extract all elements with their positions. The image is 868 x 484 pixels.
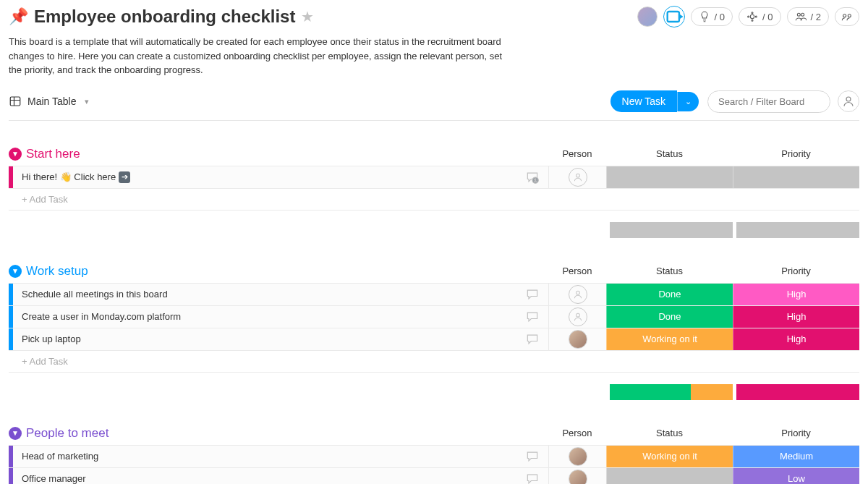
column-header-priority[interactable]: Priority (733, 428, 859, 438)
priority-cell[interactable]: High (733, 306, 859, 328)
status-cell[interactable]: Working on it (606, 328, 733, 350)
group-collapse-toggle[interactable]: ▼ (9, 148, 22, 161)
svg-point-6 (797, 13, 800, 16)
priority-cell[interactable]: Low (733, 468, 859, 485)
summary-bar (610, 384, 733, 400)
assignee-avatar[interactable] (569, 330, 587, 349)
group-work: ▼Work setupPersonStatusPrioritySchedule … (9, 260, 859, 400)
task-row[interactable]: Pick up laptopWorking on itHigh (9, 328, 859, 350)
view-selector[interactable]: Main Table ▾ (9, 95, 89, 108)
status-cell[interactable] (606, 468, 733, 485)
task-row[interactable]: Schedule all meetings in this boardDoneH… (9, 283, 859, 305)
integrations-count: / 0 (762, 12, 773, 22)
add-task-row[interactable]: + Add Task (9, 188, 859, 211)
person-cell[interactable] (548, 306, 606, 328)
svg-rect-0 (667, 12, 678, 22)
new-task-dropdown[interactable]: ⌄ (677, 92, 699, 111)
group-title[interactable]: People to meet (26, 426, 109, 441)
more-badge[interactable] (835, 7, 859, 26)
add-task-row[interactable]: + Add Task (9, 350, 859, 373)
chat-icon[interactable] (525, 472, 540, 485)
svg-point-1 (750, 14, 754, 18)
star-icon[interactable]: ★ (301, 8, 314, 25)
task-row[interactable]: Create a user in Monday.com platformDone… (9, 305, 859, 328)
column-header-priority[interactable]: Priority (733, 266, 859, 276)
task-title[interactable]: Schedule all meetings in this board (13, 284, 516, 305)
group-start: ▼Start herePersonStatusPriorityHi there!… (9, 143, 859, 238)
task-row[interactable]: Head of marketingWorking on itMedium (9, 445, 859, 467)
automations-badge[interactable]: / 0 (691, 7, 733, 26)
person-cell[interactable] (548, 284, 606, 305)
column-header-status[interactable]: Status (606, 148, 733, 159)
person-placeholder-icon[interactable] (569, 168, 587, 187)
new-task-button[interactable]: New Task (610, 90, 677, 112)
board-activity-icon[interactable] (663, 6, 685, 27)
svg-point-8 (843, 14, 846, 17)
chat-icon[interactable] (525, 310, 540, 324)
group-people: ▼People to meetPersonStatusPriorityHead … (9, 422, 859, 485)
svg-point-16 (576, 313, 579, 317)
person-placeholder-icon[interactable] (569, 307, 587, 326)
task-row[interactable]: Hi there! 👋 Click here ➔1 (9, 166, 859, 188)
person-placeholder-icon[interactable] (569, 285, 587, 304)
svg-point-9 (848, 14, 851, 17)
svg-point-4 (748, 16, 749, 17)
integrations-badge[interactable]: / 0 (739, 7, 780, 26)
person-cell[interactable] (548, 166, 606, 188)
group-collapse-toggle[interactable]: ▼ (9, 265, 22, 278)
priority-cell[interactable]: High (733, 328, 859, 350)
task-title[interactable]: Hi there! 👋 Click here ➔ (13, 166, 516, 188)
chat-icon[interactable] (525, 449, 540, 464)
svg-text:1: 1 (534, 177, 536, 182)
summary-bar (736, 222, 859, 238)
column-header-person[interactable]: Person (548, 266, 606, 276)
task-title[interactable]: Office manager (13, 468, 516, 485)
task-title[interactable]: Pick up laptop (13, 328, 516, 350)
task-row[interactable]: Office managerLow (9, 467, 859, 485)
status-cell[interactable]: Done (606, 284, 733, 305)
chat-icon[interactable] (525, 332, 540, 347)
owner-avatar[interactable] (637, 7, 658, 27)
person-cell[interactable] (548, 328, 606, 350)
status-cell[interactable] (606, 166, 733, 188)
svg-point-2 (752, 12, 753, 14)
person-cell[interactable] (548, 468, 606, 485)
search-input[interactable] (707, 90, 830, 113)
summary-bar (736, 384, 859, 400)
group-collapse-toggle[interactable]: ▼ (9, 427, 22, 440)
person-cell[interactable] (548, 446, 606, 467)
chat-icon[interactable]: 1 (525, 170, 540, 184)
assignee-avatar[interactable] (569, 470, 587, 485)
arrow-icon: ➔ (119, 171, 130, 183)
members-count: / 2 (811, 12, 821, 22)
column-header-priority[interactable]: Priority (733, 148, 859, 159)
group-summary (9, 384, 859, 400)
view-label: Main Table (27, 95, 76, 107)
column-header-person[interactable]: Person (548, 428, 606, 438)
svg-point-15 (576, 291, 579, 294)
status-cell[interactable]: Working on it (606, 446, 733, 467)
status-cell[interactable]: Done (606, 306, 733, 328)
column-header-status[interactable]: Status (606, 266, 733, 276)
summary-bar (610, 222, 733, 238)
svg-point-5 (755, 16, 757, 17)
svg-point-7 (801, 13, 804, 16)
priority-cell[interactable]: Medium (733, 446, 859, 467)
column-header-person[interactable]: Person (548, 148, 606, 159)
priority-cell[interactable] (733, 166, 859, 188)
add-task-label: + Add Task (13, 356, 859, 367)
pin-icon: 📌 (9, 7, 28, 26)
task-title[interactable]: Create a user in Monday.com platform (13, 306, 516, 328)
chat-icon[interactable] (525, 287, 540, 302)
group-title[interactable]: Start here (26, 147, 80, 161)
group-summary (9, 222, 859, 238)
column-header-status[interactable]: Status (606, 428, 733, 438)
members-badge[interactable]: / 2 (787, 7, 829, 26)
priority-cell[interactable]: High (733, 284, 859, 305)
assignee-avatar[interactable] (569, 447, 587, 466)
person-filter-icon[interactable] (838, 90, 859, 112)
svg-point-11 (846, 97, 851, 101)
group-title[interactable]: Work setup (26, 264, 88, 279)
svg-point-3 (752, 20, 753, 21)
task-title[interactable]: Head of marketing (13, 446, 516, 467)
